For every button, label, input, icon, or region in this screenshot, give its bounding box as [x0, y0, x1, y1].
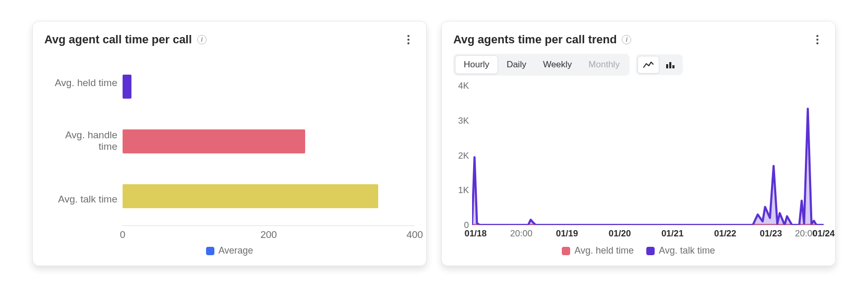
svg-point-3: [816, 35, 818, 37]
card-header: Avg agents time per call trend i: [453, 31, 824, 49]
legend-label: Avg. talk time: [659, 245, 715, 256]
line-x-axis: 01/1820:0001/1901/2001/2101/2201/2320:00…: [472, 225, 824, 241]
legend-item: Average: [206, 245, 254, 256]
freq-weekly-button[interactable]: Weekly: [535, 55, 580, 74]
bar-category-label: Avg. talk time: [44, 194, 117, 205]
svg-rect-6: [666, 64, 668, 68]
line-chart: 01K2K3K4K 01/1820:0001/1901/2001/2101/22…: [453, 86, 824, 256]
x-tick: 01/18: [464, 229, 487, 239]
y-tick: 2K: [458, 151, 469, 161]
charttype-bar-button[interactable]: [659, 56, 681, 74]
legend-item: Avg. held time: [562, 245, 634, 256]
y-tick: 4K: [458, 81, 469, 91]
bar-plot-area: [123, 57, 415, 225]
legend-swatch: [206, 247, 214, 255]
card-avg-agent-call-time: Avg agent call time per call i Avg. held…: [32, 21, 427, 266]
card-title: Avg agents time per call trend: [453, 33, 617, 46]
svg-point-2: [407, 42, 409, 44]
card-header: Avg agent call time per call i: [44, 31, 415, 49]
legend-label: Average: [219, 245, 254, 256]
bar-chart-icon: [665, 61, 676, 69]
line-y-axis: 01K2K3K4K: [453, 86, 472, 225]
x-tick: 20:00: [510, 229, 533, 239]
x-tick: 01/22: [714, 229, 737, 239]
bar-category-label: Avg. held time: [44, 77, 117, 89]
svg-point-5: [816, 42, 818, 44]
bar-legend: Average: [44, 241, 415, 256]
x-tick: 400: [406, 229, 423, 241]
kebab-menu-icon[interactable]: [402, 33, 415, 46]
svg-point-1: [407, 39, 409, 41]
freq-hourly-button[interactable]: Hourly: [455, 55, 498, 74]
bar-talk-time: [123, 184, 378, 208]
x-tick: 01/20: [609, 229, 631, 239]
bar-held-time: [123, 75, 131, 99]
y-tick: 1K: [458, 185, 469, 196]
x-tick: 0: [120, 229, 126, 241]
x-tick: 200: [260, 229, 277, 241]
x-tick: 01/19: [556, 229, 578, 239]
info-icon[interactable]: i: [197, 35, 207, 44]
legend-swatch: [562, 247, 570, 255]
charttype-line-button[interactable]: [637, 56, 659, 74]
y-tick: 3K: [458, 116, 469, 126]
bar-x-axis: 0 200 400: [123, 225, 415, 241]
svg-rect-7: [669, 62, 671, 68]
svg-point-4: [816, 39, 818, 41]
svg-rect-8: [672, 65, 674, 68]
freq-daily-button[interactable]: Daily: [498, 55, 535, 74]
kebab-menu-icon[interactable]: [811, 33, 824, 46]
x-tick: 01/23: [760, 229, 782, 239]
line-legend: Avg. held time Avg. talk time: [453, 241, 824, 256]
info-icon[interactable]: i: [622, 35, 631, 44]
x-tick: 01/21: [661, 229, 684, 239]
line-chart-icon: [643, 61, 654, 69]
card-title: Avg agent call time per call: [44, 33, 192, 46]
charttype-segment: [636, 54, 683, 75]
svg-point-0: [407, 35, 409, 37]
card-avg-agents-time-trend: Avg agents time per call trend i Hourly …: [441, 21, 836, 266]
line-plot-area: [472, 86, 824, 225]
freq-monthly-button: Monthly: [580, 55, 628, 74]
x-tick: 01/24: [813, 229, 835, 239]
bar-handle-time: [123, 129, 305, 153]
legend-item: Avg. talk time: [646, 245, 715, 256]
controls-row: Hourly Daily Weekly Monthly: [453, 54, 824, 76]
bar-category-label: Avg. handle time: [44, 129, 117, 152]
legend-swatch: [646, 247, 655, 255]
frequency-segment: Hourly Daily Weekly Monthly: [453, 54, 630, 76]
bar-chart: Avg. held time Avg. handle time Avg. tal…: [44, 57, 415, 256]
legend-label: Avg. held time: [574, 245, 634, 256]
